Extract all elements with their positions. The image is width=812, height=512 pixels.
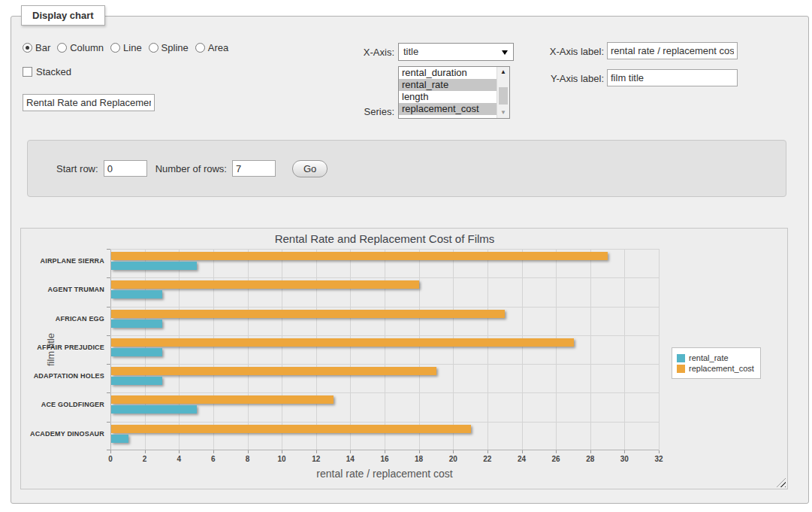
bar-rental_rate[interactable]: [111, 435, 128, 443]
stacked-label: Stacked: [36, 66, 71, 77]
resize-handle-icon[interactable]: [777, 478, 786, 487]
legend-swatch-rental_rate: [677, 354, 685, 362]
y-axis-label-input[interactable]: [607, 69, 738, 86]
bar-replacement_cost[interactable]: [111, 280, 419, 289]
series-option-replacement_cost[interactable]: replacement_cost: [399, 103, 509, 115]
x-axis-tick: [110, 450, 111, 453]
legend-swatch-replacement_cost: [677, 365, 685, 373]
scrollbar-thumb[interactable]: [499, 87, 508, 105]
category-label: ADAPTATION HOLES: [21, 372, 104, 380]
x-axis-select-label: X-Axis:: [342, 47, 394, 58]
x-axis-tick: [624, 450, 625, 453]
bar-rental_rate[interactable]: [111, 320, 162, 328]
category-axis-labels: AIRPLANE SIERRAAGENT TRUMANAFRICAN EGGAF…: [21, 249, 104, 450]
bar-replacement_cost[interactable]: [111, 425, 471, 433]
x-axis-tick-label: 16: [371, 455, 398, 463]
gridline-v: [659, 249, 660, 450]
number-of-rows-label: Number of rows:: [155, 163, 227, 174]
chart-type-radio-area[interactable]: [195, 43, 205, 53]
scrollbar-down-icon[interactable]: ▼: [497, 108, 509, 118]
legend-label: replacement_cost: [689, 364, 754, 373]
x-axis-tick-label: 14: [337, 455, 364, 463]
x-axis-tick: [282, 450, 282, 453]
chart-title: Rental Rate and Replacement Cost of Film…: [110, 232, 659, 245]
bar-replacement_cost[interactable]: [111, 252, 608, 260]
start-row-input[interactable]: [104, 160, 147, 177]
x-axis-tick: [385, 450, 385, 453]
chart-type-radio-bar[interactable]: [23, 43, 32, 53]
gridline-v: [316, 249, 317, 450]
chart-title-input[interactable]: [23, 94, 155, 111]
x-axis-tick: [179, 450, 180, 453]
gridline-h: [110, 307, 659, 308]
bar-replacement_cost[interactable]: [111, 338, 574, 347]
gridline-h: [110, 277, 659, 278]
bar-rental_rate[interactable]: [111, 348, 162, 356]
bar-rental_rate[interactable]: [111, 290, 162, 298]
chart-type-radio-label: Line: [123, 42, 142, 53]
chart-type-radio-line[interactable]: [110, 43, 120, 53]
category-label: AGENT TRUMAN: [21, 286, 104, 294]
x-axis-tick: [350, 450, 351, 453]
x-axis-tick-label: 28: [577, 455, 604, 463]
chart-type-radio-column[interactable]: [57, 43, 67, 53]
gridline-h: [110, 450, 659, 450]
chart-legend: rental_ratereplacement_cost: [672, 347, 761, 379]
x-axis-tick-label: 26: [542, 455, 569, 463]
x-axis-tick: [145, 450, 146, 453]
page: Display chart BarColumnLineSplineArea St…: [0, 0, 812, 512]
fieldset-legend: Display chart: [21, 5, 105, 26]
bar-rental_rate[interactable]: [111, 377, 162, 385]
gridline-v: [282, 249, 282, 450]
select-arrow-icon: [502, 50, 508, 55]
legend-item-replacement_cost[interactable]: replacement_cost: [677, 364, 754, 373]
legend-item-rental_rate[interactable]: rental_rate: [677, 353, 754, 362]
x-axis-tick: [659, 450, 660, 453]
series-multiselect[interactable]: rental_durationrental_ratelengthreplacem…: [398, 66, 510, 119]
gridline-v: [248, 249, 249, 450]
y-axis-tick: [107, 422, 110, 423]
gridline-v: [385, 249, 385, 450]
series-option-rental_rate[interactable]: rental_rate: [399, 79, 509, 91]
x-axis-tick-label: 8: [234, 455, 261, 463]
x-axis-tick-label: 12: [303, 455, 330, 463]
bar-rental_rate[interactable]: [111, 262, 197, 270]
x-axis-tick: [488, 450, 488, 453]
series-scrollbar[interactable]: ▲ ▼: [497, 67, 509, 118]
bar-replacement_cost[interactable]: [111, 310, 505, 318]
gridline-h: [110, 392, 659, 393]
bar-rental_rate[interactable]: [111, 405, 197, 414]
x-axis-tick-label: 4: [165, 455, 192, 463]
number-of-rows-input[interactable]: [232, 160, 276, 177]
category-label: ACE GOLDFINGER: [21, 401, 104, 409]
x-axis-tick: [419, 450, 420, 453]
series-option-rental_duration[interactable]: rental_duration: [399, 67, 509, 79]
go-button[interactable]: Go: [292, 160, 328, 177]
chart-type-option: Area: [195, 42, 228, 53]
gridline-v: [213, 249, 214, 450]
chart-x-axis-title: rental rate / replacement cost: [110, 468, 659, 480]
row-range-bar: Start row: Number of rows: Go: [27, 140, 786, 197]
scrollbar-up-icon[interactable]: ▲: [497, 67, 509, 77]
gridline-v: [522, 249, 523, 450]
legend-label: rental_rate: [689, 353, 729, 362]
gridline-v: [350, 249, 351, 450]
x-axis-tick-label: 10: [268, 455, 295, 463]
category-label: AFRICAN EGG: [21, 315, 104, 323]
chart-type-radio-label: Bar: [35, 42, 50, 53]
category-label: AIRPLANE SIERRA: [21, 257, 104, 265]
gridline-v: [419, 249, 420, 450]
bar-replacement_cost[interactable]: [111, 395, 334, 404]
stacked-checkbox[interactable]: [23, 67, 32, 77]
series-option-length[interactable]: length: [399, 91, 509, 103]
chart-type-radio-spline[interactable]: [149, 43, 158, 53]
bar-replacement_cost[interactable]: [111, 367, 436, 375]
x-axis-label-input[interactable]: [607, 42, 738, 59]
x-axis-tick-label: 2: [131, 455, 158, 463]
chart-type-option: Bar: [23, 42, 50, 53]
x-axis-tick-label: 0: [97, 455, 124, 463]
y-axis-tick: [107, 450, 110, 450]
x-axis-select[interactable]: title: [398, 43, 514, 61]
chart-type-radio-label: Spline: [161, 42, 189, 53]
start-row-label: Start row:: [56, 163, 98, 174]
